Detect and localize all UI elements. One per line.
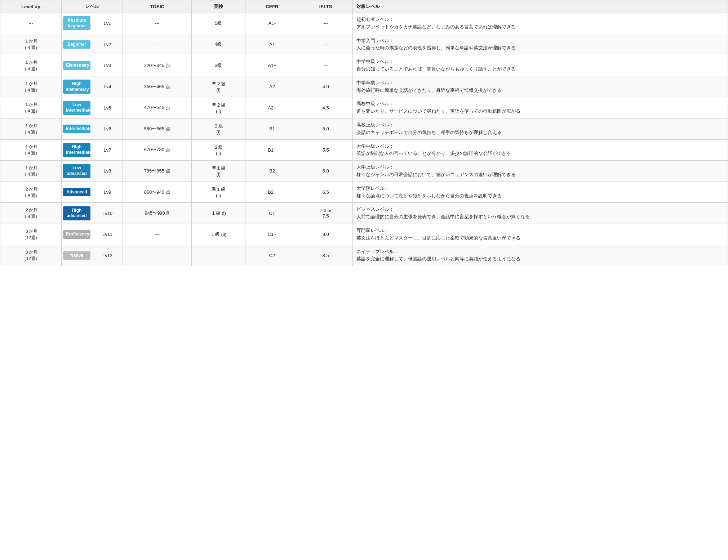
target-cell: 中学卒業レベル：海外旅行時に簡単な会話ができたり、身近な事柄で情報交換ができる bbox=[352, 76, 728, 97]
target-title: ネイティブレベル： bbox=[356, 249, 399, 254]
target-cell: 超初心者レベル：アルファベットやカタカナ英語など、なじみのある言葉であれば理解で… bbox=[352, 13, 728, 34]
table-row: １か月 （４週）High elementaryLv4350〜465 点準２級 (… bbox=[0, 76, 728, 97]
levelup-cell: ２か月 （８週） bbox=[0, 182, 62, 203]
levelup-cell: １か月 （４週） bbox=[0, 34, 62, 55]
target-desc: 道を聞いたり、サービスについて尋ねたり、英語を使っての行動範囲が広がる bbox=[356, 108, 520, 114]
table-row: １か月 （４週）ElementaryLv3220〜345 点3級A1+---中学… bbox=[0, 55, 728, 76]
toeic-cell: --- bbox=[123, 245, 192, 266]
ielts-cell: --- bbox=[299, 34, 352, 55]
target-desc: アルファベットやカタカナ英語など、なじみのある言葉であれば理解できる bbox=[356, 24, 516, 30]
target-cell: 大学上級レベル：様々なジャンルの日常会話において、細かいニュアンスの違いが理解で… bbox=[352, 161, 728, 182]
target-title: 中学卒業レベル： bbox=[356, 80, 394, 85]
header-cefr: CEFR bbox=[245, 0, 299, 13]
levelup-cell: --- bbox=[0, 13, 62, 34]
eiken-cell: 準１級 (ii) bbox=[192, 182, 245, 203]
level-badge-cell: Low intermediate bbox=[62, 97, 92, 118]
toeic-cell: --- bbox=[123, 34, 192, 55]
target-cell: ネイティブレベル：英語を完全に理解して、母国語の運用レベルと同等に英語が使えるよ… bbox=[352, 245, 728, 266]
ielts-cell: 8.5 bbox=[299, 245, 352, 266]
cefr-cell: A1+ bbox=[245, 55, 299, 76]
table-row: ３か月 （12週）ProficiencyLv11---１級 (ii)C1+8.0… bbox=[0, 224, 728, 245]
target-title: 大学中級レベル： bbox=[356, 143, 394, 149]
target-cell: 大学中級レベル：英語が堪能な人の言っていることが分かり、多少の論理的な会話ができ… bbox=[352, 139, 728, 161]
levelup-cell: １か月 （４週） bbox=[0, 161, 62, 182]
target-desc: 英文法をほとんどマスターし、目的に応じた柔軟で効果的な言葉遣いができる bbox=[356, 235, 520, 241]
table-row: １か月 （４週）BeginnerLv2---4級A1---中学入門レベル：人に会… bbox=[0, 34, 728, 55]
level-badge-cell: Elementary bbox=[62, 55, 92, 76]
cefr-cell: B1 bbox=[245, 118, 299, 139]
level-badge-cell: Native bbox=[62, 245, 92, 266]
header-level: レベル bbox=[62, 0, 123, 13]
target-title: 大学上級レベル： bbox=[356, 164, 394, 170]
target-title: 高校上級レベル： bbox=[356, 122, 394, 127]
target-desc: 英語を完全に理解して、母国語の運用レベルと同等に英語が使えるようになる bbox=[356, 256, 520, 261]
target-cell: ビジネスレベル：人前で論理的に自分の主張を発表でき、会話中に言葉を探すという概念… bbox=[352, 203, 728, 224]
target-title: ビジネスレベル： bbox=[356, 206, 394, 212]
toeic-cell: --- bbox=[123, 13, 192, 34]
target-cell: 中学中級レベル：自分の知っていることであれば、間違いながらもゆっくり話すことがで… bbox=[352, 55, 728, 76]
target-desc: 様々な論点について長所や短所を示しながら自分の視点を説明できる bbox=[356, 193, 502, 198]
toeic-cell: 860〜940 点 bbox=[123, 182, 192, 203]
eiken-cell: 4級 bbox=[192, 34, 245, 55]
target-title: 中学入門レベル： bbox=[356, 38, 394, 43]
lv-cell: Lv7 bbox=[92, 139, 123, 161]
table-row: １か月 （４週）Low intermediateLv5470〜545 点準２級 … bbox=[0, 97, 728, 118]
level-badge-cell: Absolute beginner bbox=[62, 13, 92, 34]
level-badge-cell: Low advanced bbox=[62, 161, 92, 182]
level-badge-cell: Intermediate bbox=[62, 118, 92, 139]
lv-cell: Lv9 bbox=[92, 182, 123, 203]
lv-cell: Lv12 bbox=[92, 245, 123, 266]
eiken-cell: 3級 bbox=[192, 55, 245, 76]
eiken-cell: ２級 (ii) bbox=[192, 139, 245, 161]
cefr-cell: C1+ bbox=[245, 224, 299, 245]
ielts-cell: --- bbox=[299, 55, 352, 76]
level-table: Level up レベル TOEIC 英検 CEFR IELTS 対象レベル -… bbox=[0, 0, 728, 266]
levelup-cell: １か月 （４週） bbox=[0, 118, 62, 139]
target-desc: 人に会った時の挨拶などの表現を習得し、簡単な単語や英文法が理解できる bbox=[356, 45, 516, 50]
ielts-cell: 6.0 bbox=[299, 161, 352, 182]
toeic-cell: 785〜855 点 bbox=[123, 161, 192, 182]
table-row: １か月 （４週）High intermediateLv7670〜780 点２級 … bbox=[0, 139, 728, 161]
target-cell: 専門家レベル：英文法をほとんどマスターし、目的に応じた柔軟で効果的な言葉遣いがで… bbox=[352, 224, 728, 245]
table-row: ２か月 （８週）High advancedLv10945〜990点１級 (i)C… bbox=[0, 203, 728, 224]
level-badge-cell: Proficiency bbox=[62, 224, 92, 245]
eiken-cell: 準１級 (i) bbox=[192, 161, 245, 182]
target-title: 中学中級レベル： bbox=[356, 59, 394, 64]
levelup-cell: １か月 （４週） bbox=[0, 97, 62, 118]
header-eiken: 英検 bbox=[192, 0, 245, 13]
toeic-cell: --- bbox=[123, 224, 192, 245]
level-badge-cell: High advanced bbox=[62, 203, 92, 224]
target-desc: 自分の知っていることであれば、間違いながらもゆっくり話すことができる bbox=[356, 66, 516, 72]
lv-cell: Lv3 bbox=[92, 55, 123, 76]
ielts-cell: 8.0 bbox=[299, 224, 352, 245]
target-desc: 人前で論理的に自分の主張を発表でき、会話中に言葉を探すという概念が無くなる bbox=[356, 214, 530, 219]
target-cell: 中学入門レベル：人に会った時の挨拶などの表現を習得し、簡単な単語や英文法が理解で… bbox=[352, 34, 728, 55]
table-row: ---Absolute beginnerLv1---5級A1----超初心者レベ… bbox=[0, 13, 728, 34]
cefr-cell: A2 bbox=[245, 76, 299, 97]
toeic-cell: 220〜345 点 bbox=[123, 55, 192, 76]
level-badge-cell: High intermediate bbox=[62, 139, 92, 161]
lv-cell: Lv10 bbox=[92, 203, 123, 224]
cefr-cell: B2+ bbox=[245, 182, 299, 203]
lv-cell: Lv6 bbox=[92, 118, 123, 139]
levelup-cell: １か月 （４週） bbox=[0, 55, 62, 76]
eiken-cell: 準２級 (i) bbox=[192, 76, 245, 97]
levelup-cell: ３か月 （12週） bbox=[0, 245, 62, 266]
eiken-cell: １級 (ii) bbox=[192, 224, 245, 245]
target-title: 超初心者レベル： bbox=[356, 17, 394, 22]
ielts-cell: 5.0 bbox=[299, 118, 352, 139]
eiken-cell: --- bbox=[192, 245, 245, 266]
header-toeic: TOEIC bbox=[123, 0, 192, 13]
table-row: １か月 （４週）IntermediateLv6550〜665 点２級 (i)B1… bbox=[0, 118, 728, 139]
levelup-cell: １か月 （４週） bbox=[0, 76, 62, 97]
lv-cell: Lv8 bbox=[92, 161, 123, 182]
cefr-cell: C1 bbox=[245, 203, 299, 224]
target-title: 専門家レベル： bbox=[356, 228, 389, 233]
target-title: 高校中級レベル： bbox=[356, 101, 394, 106]
table-row: ２か月 （８週）AdvancedLv9860〜940 点準１級 (ii)B2+6… bbox=[0, 182, 728, 203]
toeic-cell: 470〜545 点 bbox=[123, 97, 192, 118]
levelup-cell: ２か月 （８週） bbox=[0, 203, 62, 224]
table-row: ３か月 （12週）NativeLv12------C28.5ネイティブレベル：英… bbox=[0, 245, 728, 266]
ielts-cell: 5.5 bbox=[299, 139, 352, 161]
target-title: 大学院レベル： bbox=[356, 185, 389, 191]
